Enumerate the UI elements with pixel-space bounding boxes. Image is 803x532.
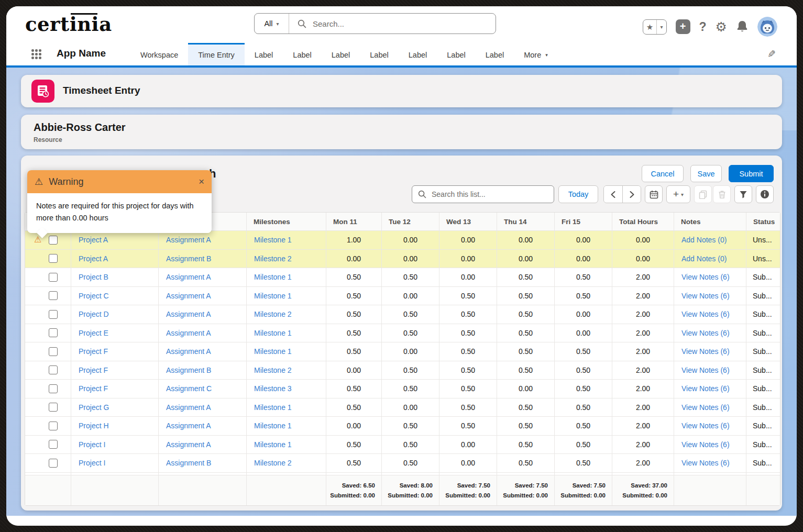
assignment-link[interactable]: Assignment A — [166, 422, 211, 430]
favorites-caret-icon[interactable]: ▾ — [657, 24, 666, 30]
milestone-link[interactable]: Milestone 1 — [254, 403, 292, 412]
hours-cell-tue[interactable]: 0.00 — [382, 287, 439, 306]
previous-week-chevron-icon[interactable] — [604, 186, 622, 203]
hours-cell-fri[interactable]: 0.50 — [555, 268, 612, 287]
milestone-link[interactable]: Milestone 2 — [254, 254, 292, 263]
hours-cell-thu[interactable]: 0.50 — [497, 287, 555, 306]
notes-link[interactable]: View Notes (6) — [681, 384, 730, 393]
hours-cell-tue[interactable]: 0.50 — [382, 361, 439, 380]
hours-cell-thu[interactable]: 0.00 — [497, 250, 555, 269]
assignment-link[interactable]: Assignment B — [166, 254, 211, 263]
row-checkbox[interactable] — [49, 347, 58, 356]
hours-cell-wed[interactable]: 0.50 — [439, 287, 497, 306]
milestone-link[interactable]: Milestone 2 — [254, 310, 292, 318]
milestone-link[interactable]: Milestone 1 — [254, 292, 292, 300]
hours-cell-mon[interactable]: 0.50 — [326, 305, 382, 324]
hours-cell-fri[interactable]: 0.50 — [555, 398, 612, 417]
delete-row-button[interactable] — [713, 185, 731, 203]
milestone-link[interactable]: Milestone 2 — [254, 366, 292, 374]
hours-cell-fri[interactable]: 0.00 — [555, 231, 612, 250]
notes-link[interactable]: View Notes (6) — [681, 440, 730, 449]
hours-cell-wed[interactable]: 0.00 — [439, 231, 497, 250]
row-checkbox[interactable] — [49, 422, 58, 430]
project-link[interactable]: Project D — [79, 310, 109, 318]
hours-cell-mon[interactable]: 0.50 — [326, 268, 382, 287]
cancel-button[interactable]: Cancel — [642, 165, 684, 182]
user-avatar[interactable] — [757, 17, 777, 37]
row-checkbox[interactable] — [49, 365, 58, 374]
global-create-button[interactable]: + — [676, 19, 690, 34]
hours-cell-mon[interactable]: 0.50 — [326, 342, 382, 361]
project-link[interactable]: Project B — [79, 273, 108, 281]
hours-cell-fri[interactable]: 0.00 — [555, 324, 612, 343]
notes-link[interactable]: View Notes (6) — [681, 459, 730, 467]
hours-cell-thu[interactable]: 0.50 — [497, 436, 555, 455]
hours-cell-fri[interactable]: 0.00 — [555, 250, 612, 269]
milestone-link[interactable]: Milestone 1 — [254, 440, 292, 449]
edit-page-pencil-icon[interactable]: ✎ — [767, 48, 776, 60]
hours-cell-wed[interactable]: 0.00 — [439, 268, 497, 287]
hours-cell-thu[interactable]: 0.50 — [497, 305, 555, 324]
hours-cell-fri[interactable]: 0.50 — [555, 361, 612, 380]
row-checkbox[interactable] — [49, 459, 58, 468]
notes-link[interactable]: View Notes (6) — [681, 422, 730, 430]
hours-cell-wed[interactable]: 0.00 — [439, 454, 497, 473]
hours-cell-mon[interactable]: 0.00 — [326, 250, 382, 269]
hours-cell-mon[interactable]: 0.00 — [326, 417, 382, 436]
search-input[interactable]: Search... — [289, 19, 496, 28]
project-link[interactable]: Project I — [79, 440, 105, 449]
hours-cell-tue[interactable]: 0.50 — [382, 380, 439, 398]
project-link[interactable]: Project F — [79, 347, 108, 356]
app-launcher-waffle-icon[interactable] — [31, 49, 41, 59]
row-checkbox[interactable] — [49, 236, 58, 245]
assignment-link[interactable]: Assignment A — [166, 236, 211, 244]
calendar-picker-button[interactable] — [645, 185, 663, 203]
milestone-link[interactable]: Milestone 1 — [254, 422, 292, 430]
hours-cell-mon[interactable]: 0.50 — [326, 398, 382, 417]
tab-time-entry-1[interactable]: Time Entry ▾ — [188, 43, 245, 65]
tab-label-2[interactable]: Label ▾ — [245, 43, 283, 65]
row-checkbox[interactable] — [49, 273, 58, 282]
milestone-link[interactable]: Milestone 1 — [254, 347, 292, 356]
hours-cell-wed[interactable]: 0.00 — [439, 436, 497, 455]
hours-cell-fri[interactable]: 0.50 — [555, 342, 612, 361]
tab-label-7[interactable]: Label ▾ — [437, 43, 475, 65]
close-icon[interactable]: × — [199, 176, 204, 187]
list-search-input[interactable]: Search this list... — [412, 185, 554, 203]
hours-cell-fri[interactable]: 0.50 — [555, 380, 612, 398]
project-link[interactable]: Project I — [79, 459, 105, 467]
tab-label-4[interactable]: Label ▾ — [322, 43, 360, 65]
tab-label-6[interactable]: Label ▾ — [399, 43, 437, 65]
milestone-link[interactable]: Milestone 3 — [254, 384, 292, 393]
assignment-link[interactable]: Assignment A — [166, 292, 211, 300]
hours-cell-thu[interactable]: 0.50 — [497, 454, 555, 473]
hours-cell-tue[interactable]: 0.00 — [382, 342, 439, 361]
notes-link[interactable]: Add Notes (0) — [681, 236, 727, 244]
hours-cell-fri[interactable]: 0.00 — [555, 305, 612, 324]
project-link[interactable]: Project G — [79, 403, 109, 412]
notes-link[interactable]: View Notes (6) — [681, 347, 730, 356]
assignment-link[interactable]: Assignment B — [166, 459, 211, 467]
hours-cell-tue[interactable]: 0.50 — [382, 454, 439, 473]
add-row-button[interactable]: + ▾ — [666, 185, 690, 203]
row-checkbox[interactable] — [49, 291, 58, 300]
tab-more-9[interactable]: More ▾ — [514, 43, 558, 65]
hours-cell-mon[interactable]: 0.50 — [326, 287, 382, 306]
hours-cell-thu[interactable]: 0.50 — [497, 268, 555, 287]
hours-cell-thu[interactable]: 0.00 — [497, 231, 555, 250]
hours-cell-wed[interactable]: 0.50 — [439, 305, 497, 324]
notes-link[interactable]: View Notes (6) — [681, 310, 730, 318]
favorites-control[interactable]: ★ ▾ — [643, 19, 667, 35]
setup-gear-icon[interactable]: ⚙ — [716, 20, 727, 34]
row-checkbox[interactable] — [49, 310, 58, 319]
next-week-chevron-icon[interactable] — [622, 186, 641, 203]
hours-cell-tue[interactable]: 0.00 — [382, 250, 439, 269]
hours-cell-mon[interactable]: 0.50 — [326, 324, 382, 343]
project-link[interactable]: Project A — [79, 236, 108, 244]
hours-cell-tue[interactable]: 0.00 — [382, 398, 439, 417]
hours-cell-tue[interactable]: 0.50 — [382, 417, 439, 436]
project-link[interactable]: Project A — [79, 254, 108, 263]
assignment-link[interactable]: Assignment A — [166, 329, 211, 337]
project-link[interactable]: Project E — [79, 329, 108, 337]
project-link[interactable]: Project F — [79, 384, 108, 393]
